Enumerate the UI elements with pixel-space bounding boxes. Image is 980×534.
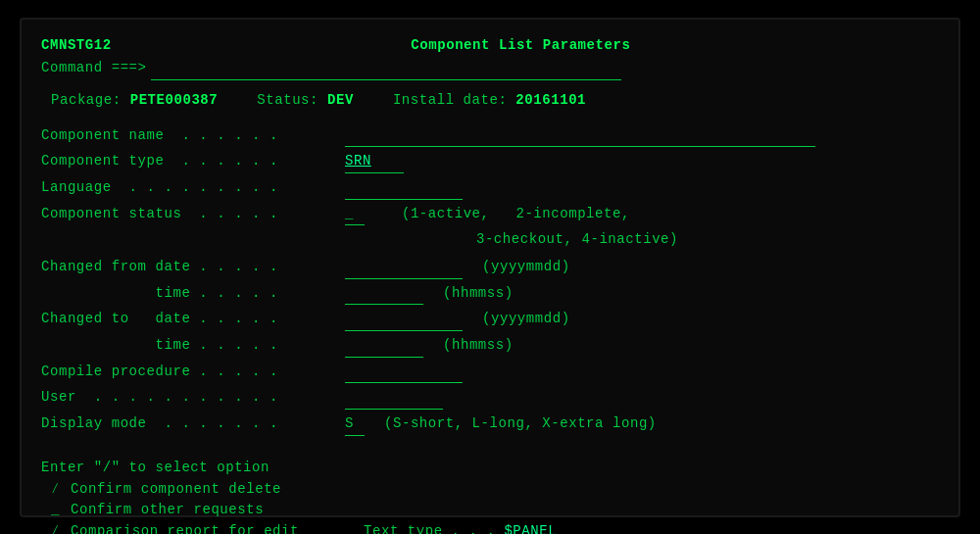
component-type-label: Component type . . . . . . [41, 151, 345, 172]
component-name-row: Component name . . . . . . [41, 125, 939, 148]
display-mode-label: Display mode . . . . . . . [41, 413, 345, 435]
command-row: Command ===> [41, 58, 939, 80]
component-name-field[interactable] [345, 125, 815, 148]
enter-instruction-row: Enter "/" to select option [41, 458, 939, 479]
language-label: Language . . . . . . . . . [41, 177, 345, 199]
changed-from-time-row: time . . . . . (hhmmss) [41, 283, 939, 306]
changed-from-date-field[interactable] [345, 257, 463, 279]
screen-id: CMNSTG12 [41, 35, 112, 57]
language-field[interactable] [345, 177, 463, 200]
changed-from-date-label: Changed from date . . . . . [41, 257, 345, 278]
option-3-text: Comparison report for edit [71, 521, 299, 534]
compile-field[interactable] [345, 362, 463, 384]
header-row: CMNSTG12 Component List Parameters [41, 35, 939, 57]
screen-title: Component List Parameters [411, 35, 630, 57]
status-info: Status: DEV [257, 90, 354, 112]
option-2-text: Confirm other requests [71, 500, 264, 521]
component-status-field[interactable]: _ [345, 204, 365, 226]
changed-to-time-field[interactable] [345, 335, 423, 358]
option-1-prefix: ∕ [51, 479, 65, 501]
option-1[interactable]: ∕ Confirm component delete [41, 479, 939, 501]
language-row: Language . . . . . . . . . [41, 177, 939, 200]
changed-to-time-row: time . . . . . (hhmmss) [41, 335, 939, 358]
command-label: Command ===> [41, 58, 147, 79]
option-3-prefix: ∕ [51, 521, 65, 534]
compile-label: Compile procedure . . . . . [41, 362, 345, 383]
terminal-screen: CMNSTG12 Component List Parameters Comma… [20, 18, 960, 517]
component-type-field[interactable]: SRN [345, 151, 404, 173]
component-status-label: Component status . . . . . [41, 204, 345, 225]
options-section: Enter "/" to select option ∕ Confirm com… [41, 458, 939, 534]
changed-to-time-hint: (hhmmss) [443, 335, 514, 357]
changed-from-time-field[interactable] [345, 283, 423, 306]
changed-to-date-field[interactable] [345, 309, 463, 331]
option-3-inline: Text type . . . $PANEL__ [364, 521, 574, 534]
package-info: Package: PETE000387 [51, 90, 218, 112]
compile-row: Compile procedure . . . . . [41, 362, 939, 384]
user-field[interactable] [345, 387, 443, 410]
display-mode-row: Display mode . . . . . . . S (S-short, L… [41, 413, 939, 436]
display-mode-hint: (S-short, L-long, X-extra long) [384, 413, 657, 435]
component-status-row: Component status . . . . . _ (1-active, … [41, 204, 939, 226]
changed-to-date-label: Changed to date . . . . . [41, 309, 345, 330]
changed-from-time-hint: (hhmmss) [443, 283, 514, 305]
user-row: User . . . . . . . . . . . [41, 387, 939, 410]
changed-from-time-label: time . . . . . [41, 283, 345, 305]
option-3[interactable]: ∕ Comparison report for edit Text type .… [41, 521, 939, 534]
changed-from-date-row: Changed from date . . . . . (yyyymmdd) [41, 257, 939, 279]
user-label: User . . . . . . . . . . . [41, 387, 345, 409]
option-2-prefix: _ [51, 500, 65, 521]
info-row: Package: PETE000387 Status: DEV Install … [41, 90, 939, 112]
enter-instruction: Enter "/" to select option [41, 458, 270, 479]
changed-to-date-row: Changed to date . . . . . (yyyymmdd) [41, 309, 939, 331]
changed-from-date-hint: (yyyymmdd) [482, 257, 570, 278]
display-mode-field[interactable]: S [345, 413, 365, 436]
component-status-hint2-row: 3-checkout, 4-inactive) [41, 229, 939, 251]
install-date-info: Install date: 20161101 [393, 90, 586, 112]
command-underline[interactable] [151, 58, 621, 80]
component-name-label: Component name . . . . . . [41, 125, 345, 147]
changed-to-time-label: time . . . . . [41, 335, 345, 357]
option-1-text: Confirm component delete [71, 479, 281, 501]
option-2[interactable]: _ Confirm other requests [41, 500, 939, 521]
changed-to-date-hint: (yyyymmdd) [482, 309, 570, 330]
component-status-hint2: 3-checkout, 4-inactive) [459, 229, 678, 251]
component-status-hint: (1-active, 2-incomplete, [384, 204, 630, 225]
component-type-row: Component type . . . . . . SRN [41, 151, 939, 173]
